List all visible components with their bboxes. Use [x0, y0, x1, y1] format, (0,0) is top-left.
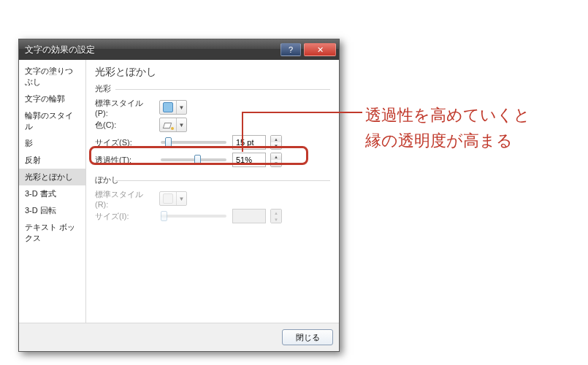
annotation-connector-line: [242, 112, 362, 113]
sidebar-item-label: 文字の輪郭: [25, 94, 65, 103]
glow-size-value[interactable]: 15 pt: [232, 135, 266, 150]
category-sidebar: 文字の塗りつぶし 文字の輪郭 輪郭のスタイル 影 反射 光彩とぼかし 3-D 書…: [19, 60, 86, 323]
spin-down-icon: ▼: [271, 216, 281, 223]
blur-size-value: [232, 209, 266, 223]
value-text: 15 pt: [236, 138, 253, 147]
close-button[interactable]: 閉じる: [282, 329, 333, 345]
sidebar-item-label: 光彩とぼかし: [25, 172, 73, 181]
sidebar-item-outline-style[interactable]: 輪郭のスタイル: [19, 107, 85, 135]
glow-preset-swatch-icon: [163, 102, 173, 112]
glow-size-slider[interactable]: [161, 141, 226, 144]
blur-size-spinner: ▲ ▼: [270, 209, 282, 223]
glow-transparency-spinner[interactable]: ▲ ▼: [270, 153, 282, 167]
glow-group-label: 光彩: [95, 83, 330, 94]
sidebar-item-text-fill[interactable]: 文字の塗りつぶし: [19, 63, 85, 91]
annotation-connector-line: [242, 112, 243, 152]
glow-transparency-row: 透過性(T): 51% ▲ ▼: [95, 151, 330, 169]
glow-color-dropdown[interactable]: ▼: [159, 118, 187, 132]
blur-size-row: サイズ(I): ▲ ▼: [95, 207, 330, 225]
help-icon: ?: [289, 45, 293, 54]
spin-up-icon: ▲: [271, 210, 281, 216]
blur-preset-row: 標準スタイル(R): ▼: [95, 190, 330, 207]
chevron-down-icon: ▼: [176, 192, 186, 205]
dialog-title: 文字の効果の設定: [25, 44, 280, 56]
glow-preset-dropdown[interactable]: ▼: [159, 100, 187, 115]
glow-color-label: 色(C):: [95, 120, 155, 131]
sidebar-item-3d-format[interactable]: 3-D 書式: [19, 185, 85, 202]
dialog-body: 文字の塗りつぶし 文字の輪郭 輪郭のスタイル 影 反射 光彩とぼかし 3-D 書…: [19, 60, 339, 323]
text-effects-dialog: 文字の効果の設定 ? ✕ 文字の塗りつぶし 文字の輪郭 輪郭のスタイル 影 反射…: [18, 39, 340, 352]
blur-preset-dropdown: ▼: [159, 191, 187, 206]
blur-size-slider: [161, 215, 226, 218]
glow-color-row: 色(C): ▼: [95, 116, 330, 134]
spin-up-icon[interactable]: ▲: [271, 136, 281, 142]
spin-up-icon[interactable]: ▲: [271, 153, 281, 160]
glow-transparency-value[interactable]: 51%: [232, 153, 266, 167]
slider-thumb: [161, 211, 167, 221]
glow-transparency-slider[interactable]: [161, 158, 226, 161]
sidebar-item-label: テキスト ボックス: [25, 223, 75, 242]
chevron-down-icon: ▼: [176, 118, 186, 131]
glow-transparency-label: 透過性(T):: [95, 155, 155, 166]
sidebar-item-glow-soft-edges[interactable]: 光彩とぼかし: [19, 169, 85, 185]
blur-preset-swatch-icon: [163, 193, 173, 204]
close-icon: ✕: [317, 45, 324, 55]
sidebar-item-label: 3-D 回転: [25, 206, 56, 215]
glow-size-row: サイズ(S): 15 pt ▲ ▼: [95, 134, 330, 151]
chevron-down-icon: ▼: [176, 101, 186, 114]
help-button[interactable]: ?: [280, 43, 301, 56]
value-text: 51%: [236, 155, 252, 164]
spin-down-icon[interactable]: ▼: [271, 142, 281, 149]
blur-size-label: サイズ(I):: [95, 211, 155, 222]
blur-preset-label: 標準スタイル(R):: [95, 189, 155, 209]
main-panel: 光彩とぼかし 光彩 標準スタイル(P): ▼ 色(C): ▼: [86, 60, 339, 323]
sidebar-item-reflection[interactable]: 反射: [19, 152, 85, 169]
panel-title: 光彩とぼかし: [95, 66, 330, 79]
sidebar-item-label: 3-D 書式: [25, 189, 56, 198]
glow-preset-label: 標準スタイル(P):: [95, 98, 155, 118]
sidebar-item-label: 文字の塗りつぶし: [25, 66, 73, 86]
sidebar-item-label: 反射: [25, 155, 41, 164]
sidebar-item-shadow[interactable]: 影: [19, 135, 85, 152]
window-close-button[interactable]: ✕: [304, 43, 336, 56]
sidebar-item-3d-rotation[interactable]: 3-D 回転: [19, 202, 85, 219]
paint-bucket-icon: [163, 120, 173, 130]
glow-preset-row: 標準スタイル(P): ▼: [95, 99, 330, 116]
titlebar[interactable]: 文字の効果の設定 ? ✕: [19, 39, 339, 60]
dialog-footer: 閉じる: [19, 323, 339, 351]
slider-thumb[interactable]: [165, 137, 172, 147]
slider-thumb[interactable]: [194, 155, 201, 165]
spin-down-icon[interactable]: ▼: [271, 160, 281, 166]
close-button-label: 閉じる: [296, 332, 320, 343]
glow-size-spinner[interactable]: ▲ ▼: [270, 135, 282, 150]
sidebar-item-text-box[interactable]: テキスト ボックス: [19, 219, 85, 247]
glow-size-label: サイズ(S):: [95, 137, 155, 148]
sidebar-item-text-outline[interactable]: 文字の輪郭: [19, 91, 85, 107]
annotation-text: 透過性を高めていくと 縁の透明度が高まる: [365, 102, 530, 153]
sidebar-item-label: 影: [25, 139, 33, 147]
blur-group-label: ぼかし: [95, 174, 330, 185]
sidebar-item-label: 輪郭のスタイル: [25, 111, 73, 131]
